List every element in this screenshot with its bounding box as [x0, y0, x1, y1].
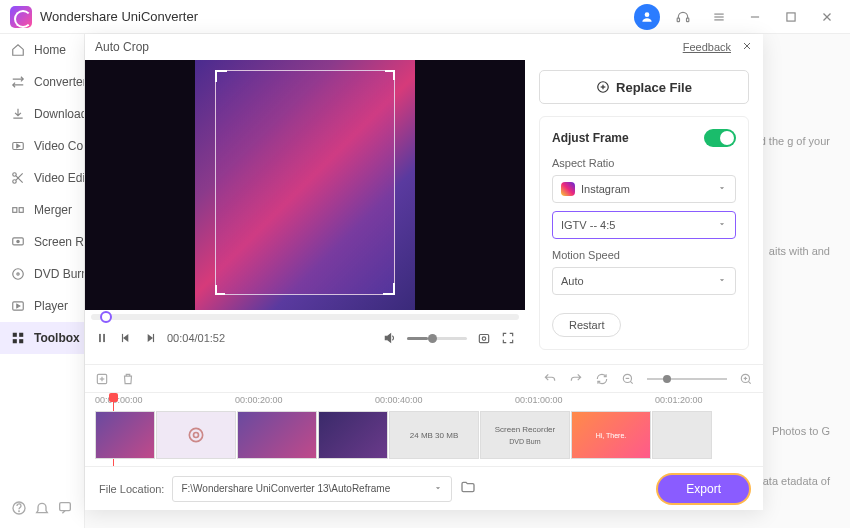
timeline-thumb[interactable]: Screen RecorderDVD Burn	[480, 411, 570, 459]
record-icon	[10, 234, 26, 250]
volume-icon[interactable]	[383, 331, 397, 345]
merge-icon	[10, 202, 26, 218]
timeline[interactable]: 00:00:00:00 00:00:20:00 00:00:40:00 00:0…	[85, 392, 763, 466]
titlebar: Wondershare UniConverter	[0, 0, 850, 34]
sidebar-item-player[interactable]: Player	[0, 290, 84, 322]
ratio-value: IGTV -- 4:5	[561, 219, 615, 231]
adjust-frame-toggle[interactable]	[704, 129, 736, 147]
seek-bar[interactable]	[91, 314, 519, 320]
svg-point-18	[17, 240, 19, 242]
zoom-in-button[interactable]	[739, 372, 753, 386]
feedback-icon[interactable]	[57, 500, 73, 520]
timeline-thumbnails: 24 MB 30 MB Screen RecorderDVD Burn Hi, …	[95, 411, 753, 459]
svg-rect-1	[677, 18, 679, 22]
chevron-down-icon	[433, 483, 443, 495]
add-clip-button[interactable]	[95, 372, 109, 386]
maximize-button[interactable]	[778, 4, 804, 30]
help-icon[interactable]	[11, 500, 27, 520]
sidebar-item-label: Home	[34, 43, 66, 57]
file-location-select[interactable]: F:\Wondershare UniConverter 13\AutoRefra…	[172, 476, 452, 502]
timeline-tick: 00:00:40:00	[375, 395, 423, 405]
snapshot-button[interactable]	[477, 331, 491, 345]
preview-area: 00:04/01:52	[85, 60, 525, 364]
sidebar-item-recorder[interactable]: Screen Recorder	[0, 226, 84, 258]
redo-button[interactable]	[569, 372, 583, 386]
sidebar: Home Converter Downloader Video Compress…	[0, 34, 85, 528]
sidebar-item-compressor[interactable]: Video Compressor	[0, 130, 84, 162]
feedback-link[interactable]: Feedback	[683, 41, 731, 53]
open-folder-button[interactable]	[460, 479, 476, 499]
platform-select[interactable]: Instagram	[552, 175, 736, 203]
svg-rect-2	[687, 18, 689, 22]
sidebar-item-editor[interactable]: Video Editor	[0, 162, 84, 194]
crop-frame[interactable]	[215, 70, 395, 295]
close-button[interactable]	[814, 4, 840, 30]
svg-point-20	[17, 273, 19, 275]
video-canvas[interactable]	[85, 60, 525, 310]
svg-point-19	[13, 269, 24, 280]
svg-rect-33	[122, 334, 123, 342]
file-path: F:\Wondershare UniConverter 13\AutoRefra…	[181, 483, 390, 494]
file-location-label: File Location:	[99, 483, 164, 495]
motion-speed-select[interactable]: Auto	[552, 267, 736, 295]
sidebar-item-label: Screen Recorder	[34, 235, 84, 249]
dialog-header: Auto Crop Feedback	[85, 34, 763, 60]
ratio-select[interactable]: IGTV -- 4:5	[552, 211, 736, 239]
svg-point-11	[13, 173, 17, 177]
svg-point-51	[194, 433, 199, 438]
sidebar-item-downloader[interactable]: Downloader	[0, 98, 84, 130]
sidebar-item-merger[interactable]: Merger	[0, 194, 84, 226]
plus-circle-icon	[596, 80, 610, 94]
refresh-button[interactable]	[595, 372, 609, 386]
pause-button[interactable]	[95, 331, 109, 345]
svg-rect-34	[153, 334, 154, 342]
timeline-thumb[interactable]: 24 MB 30 MB	[389, 411, 479, 459]
adjust-frame-label: Adjust Frame	[552, 131, 629, 145]
timeline-thumb[interactable]: Hi, There.	[571, 411, 651, 459]
replace-file-button[interactable]: Replace File	[539, 70, 749, 104]
svg-rect-28	[59, 503, 70, 511]
svg-line-49	[748, 381, 750, 383]
timeline-thumb[interactable]	[318, 411, 388, 459]
delete-clip-button[interactable]	[121, 372, 135, 386]
chevron-down-icon	[717, 219, 727, 231]
bell-icon[interactable]	[34, 500, 50, 520]
next-frame-button[interactable]	[143, 331, 157, 345]
sidebar-item-converter[interactable]: Converter	[0, 66, 84, 98]
app-title: Wondershare UniConverter	[40, 9, 198, 24]
timeline-thumb[interactable]	[652, 411, 712, 459]
app-logo	[10, 6, 32, 28]
sidebar-item-toolbox[interactable]: Toolbox	[0, 322, 84, 354]
timeline-thumb[interactable]	[156, 411, 236, 459]
sidebar-item-dvd[interactable]: DVD Burner	[0, 258, 84, 290]
player-icon	[10, 298, 26, 314]
zoom-slider[interactable]	[647, 378, 727, 380]
account-icon[interactable]	[634, 4, 660, 30]
dialog-close-button[interactable]	[741, 40, 753, 55]
minimize-button[interactable]	[742, 4, 768, 30]
sidebar-item-home[interactable]: Home	[0, 34, 84, 66]
svg-rect-25	[19, 339, 23, 343]
zoom-out-button[interactable]	[621, 372, 635, 386]
chevron-down-icon	[717, 275, 727, 287]
restart-button[interactable]: Restart	[552, 313, 621, 337]
scissors-icon	[10, 170, 26, 186]
bg-snippet: Photos to G	[772, 424, 830, 439]
instagram-icon	[561, 182, 575, 196]
fullscreen-button[interactable]	[501, 331, 515, 345]
undo-button[interactable]	[543, 372, 557, 386]
converter-icon	[10, 74, 26, 90]
svg-point-27	[19, 511, 20, 512]
headset-icon[interactable]	[670, 4, 696, 30]
svg-rect-32	[103, 334, 105, 342]
prev-frame-button[interactable]	[119, 331, 133, 345]
bg-snippet: data etadata of	[757, 474, 830, 489]
timeline-tick: 00:01:20:00	[655, 395, 703, 405]
timeline-thumb[interactable]	[95, 411, 155, 459]
home-icon	[10, 42, 26, 58]
sidebar-item-label: Converter	[34, 75, 84, 89]
export-button[interactable]: Export	[658, 475, 749, 503]
timeline-thumb[interactable]	[237, 411, 317, 459]
volume-slider[interactable]	[407, 337, 467, 340]
menu-icon[interactable]	[706, 4, 732, 30]
